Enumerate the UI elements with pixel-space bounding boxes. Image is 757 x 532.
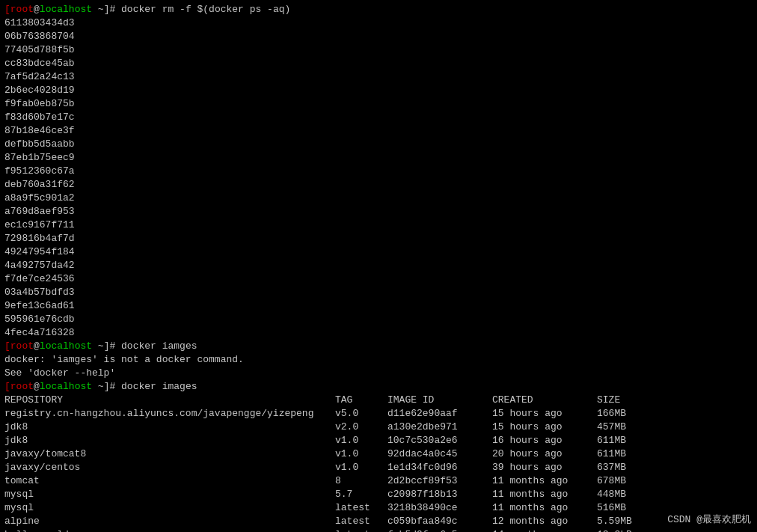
terminal-line: [root@localhost ~]# docker iamges: [4, 340, 753, 353]
terminal-line: 87b18e46ce3f: [4, 124, 753, 138]
terminal-line: [root@localhost ~]# docker images: [4, 380, 753, 394]
terminal-line: mysqllatest3218b38490ce11 months ago516M…: [4, 501, 753, 515]
terminal-line: 06b763868704: [4, 30, 753, 43]
terminal-line: jdk8v1.010c7c530a2e616 hours ago611MB: [4, 434, 753, 447]
terminal-line: mysql5.7c20987f18b1311 months ago448MB: [4, 488, 753, 501]
terminal-line: f9fab0eb875b: [4, 97, 753, 111]
terminal-line: 9efe13c6ad61: [4, 299, 753, 313]
terminal-line: registry.cn-hangzhou.aliyuncs.com/javape…: [4, 407, 753, 421]
terminal-line: 87eb1b75eec9: [4, 151, 753, 165]
terminal-line: 7af5d2a24c13: [4, 70, 753, 84]
terminal-line: a8a9f5c901a2: [4, 192, 753, 205]
terminal-line: 4fec4a716328: [4, 326, 753, 340]
terminal-line: f83d60b7e17c: [4, 111, 753, 124]
terminal-line: REPOSITORYTAGIMAGE IDCREATEDSIZE: [4, 394, 753, 407]
terminal-line: 03a4b57bdfd3: [4, 286, 753, 299]
terminal: [root@localhost ~]# docker rm -f $(docke…: [0, 0, 757, 532]
terminal-line: docker: 'iamges' is not a docker command…: [4, 353, 753, 367]
terminal-line: f9512360c67a: [4, 165, 753, 178]
terminal-line: alpinelatestc059bfaa849c12 months ago5.5…: [4, 515, 753, 528]
terminal-line: tomcat82d2bccf89f5311 months ago678MB: [4, 474, 753, 488]
terminal-line: 4a492757da42: [4, 259, 753, 272]
terminal-line: 49247954f184: [4, 245, 753, 259]
terminal-line: See 'docker --help': [4, 367, 753, 380]
terminal-line: 595961e76cdb: [4, 313, 753, 326]
terminal-line: 729816b4af7d: [4, 232, 753, 245]
terminal-output: [root@localhost ~]# docker rm -f $(docke…: [4, 3, 753, 532]
terminal-line: defbb5d5aabb: [4, 138, 753, 151]
terminal-line: 2b6ec4028d19: [4, 84, 753, 97]
terminal-line: a769d8aef953: [4, 205, 753, 218]
terminal-line: jdk8v2.0a130e2dbe97115 hours ago457MB: [4, 421, 753, 434]
terminal-line: hello-worldlatestfeb5d9fea6a514 months a…: [4, 528, 753, 532]
terminal-line: 77405d788f5b: [4, 43, 753, 57]
terminal-line: javaxy/centosv1.01e1d34fc0d9639 hours ag…: [4, 461, 753, 474]
terminal-line: ec1c9167f711: [4, 218, 753, 232]
watermark: CSDN @最喜欢肥机: [667, 513, 751, 526]
terminal-line: [root@localhost ~]# docker rm -f $(docke…: [4, 3, 753, 16]
terminal-line: deb760a31f62: [4, 178, 753, 192]
terminal-line: f7de7ce24536: [4, 272, 753, 286]
terminal-line: cc83bdce45ab: [4, 57, 753, 70]
terminal-line: javaxy/tomcat8v1.092ddac4a0c4520 hours a…: [4, 447, 753, 461]
terminal-line: 6113803434d3: [4, 16, 753, 30]
